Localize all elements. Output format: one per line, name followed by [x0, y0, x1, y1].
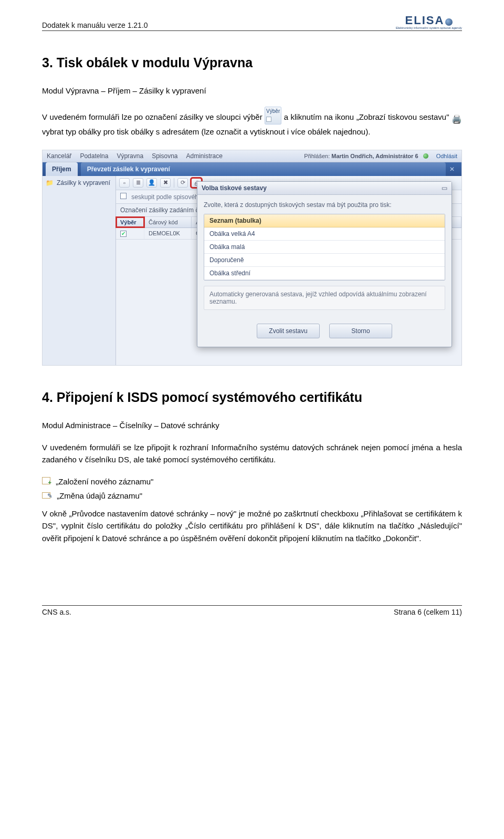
app-main: ▫ ≣ 👤 ✖ ⟳ 🖨 seskupit podle spisového uzl… [116, 176, 461, 365]
template-listbox[interactable]: Seznam (tabulka) Obálka velká A4 Obálka … [204, 214, 445, 281]
section4-p2: V okně „Průvodce nastavením datové schrá… [42, 507, 462, 544]
p1c: vybrat typ obálky pro tisk obálky s adre… [42, 127, 370, 136]
modal-title: Volba tiskové sestavy [202, 184, 267, 192]
tool-icon-3[interactable]: 👤 [146, 178, 157, 188]
row-checkbox-icon[interactable]: ✔ [120, 231, 127, 237]
footer-right: Strana 6 (celkem 11) [394, 608, 462, 616]
footer-left: CNS a.s. [42, 608, 71, 616]
tab-prijem[interactable]: Příjem [46, 162, 78, 176]
section3-subheading: Modul Výpravna – Příjem – Zásilky k vypr… [42, 86, 462, 95]
logo-subtext: Elektronický informační systém spisové a… [396, 26, 462, 29]
modal-close-icon[interactable]: ▭ [442, 184, 447, 192]
app-screenshot: Kancelář Podatelna Výpravna Spisovna Adm… [42, 150, 462, 366]
status-dot-icon [423, 153, 428, 159]
modal-footer: Zvolit sestavu Storno [197, 316, 452, 347]
section4-title: 4. Připojení k ISDS pomocí systémového c… [42, 390, 462, 405]
edit-record-icon [42, 491, 51, 499]
section4-subheading: Modul Administrace – Číselníky – Datové … [42, 421, 462, 430]
menu-kancelar[interactable]: Kancelář [47, 152, 71, 160]
p1a: V uvedeném formuláři lze po označení zás… [42, 112, 265, 121]
new-record-label: „Založení nového záznamu" [56, 477, 153, 486]
menu-podatelna[interactable]: Podatelna [80, 152, 108, 160]
col-vyber[interactable]: Výběr [116, 217, 144, 227]
tool-icon-refresh[interactable]: ⟳ [177, 178, 188, 188]
list-item[interactable]: Seznam (tabulka) [204, 214, 445, 227]
list-item[interactable]: Obálka střední [204, 267, 445, 280]
section4-p1: V uvedeném formuláři se lze připojit k r… [42, 441, 462, 466]
section3-paragraph: V uvedeném formuláři lze po označení zás… [42, 107, 462, 138]
print-template-modal: Volba tiskové sestavy ▭ Zvolte, která z … [197, 181, 452, 347]
cancel-button[interactable]: Storno [329, 324, 392, 338]
new-record-icon [42, 477, 50, 484]
section3-title: 3. Tisk obálek v modulu Výpravna [42, 55, 462, 70]
cell-kod: DEMOEL0K [144, 228, 192, 239]
list-item[interactable]: Doporučeně [204, 254, 445, 267]
new-record-line: „Založení nového záznamu" [42, 477, 462, 486]
app-menubar: Kancelář Podatelna Výpravna Spisovna Adm… [43, 150, 461, 162]
logo: ELISA Elektronický informační systém spi… [396, 15, 462, 29]
app-sidebar: 📁 Zásilky k vypravení [43, 176, 116, 365]
login-info: Přihlášen: Martin Ondřich, Administrátor… [304, 153, 457, 159]
logo-text: ELISA [405, 14, 445, 27]
modal-description: Automaticky generovaná sestava, jejíž vz… [204, 286, 445, 310]
logo-dot-icon [445, 18, 453, 26]
menu-spisovna[interactable]: Spisovna [152, 152, 177, 160]
menu-vypravna[interactable]: Výpravna [117, 152, 143, 160]
document-footer: CNS a.s. Strana 6 (celkem 11) [42, 605, 462, 616]
tool-icon-2[interactable]: ≣ [133, 178, 143, 188]
folder-icon: 📁 [46, 179, 54, 187]
p1b: a kliknutím na ikonu „Zobrazí tiskovou s… [284, 112, 452, 121]
list-item[interactable]: Obálka malá [204, 241, 445, 254]
modal-titlebar: Volba tiskové sestavy ▭ [197, 182, 452, 195]
doc-header-text: Dodatek k manuálu verze 1.21.0 [42, 21, 148, 29]
edit-record-label: „Změna údajů záznamu" [57, 491, 142, 500]
modal-hint: Zvolte, která z dostupných tiskových ses… [204, 201, 445, 209]
checkbox-icon[interactable] [120, 193, 127, 199]
vyber-column-chip-icon: Výběr [265, 107, 281, 125]
edit-record-line: „Změna údajů záznamu" [42, 491, 462, 500]
printer-icon: 🖨️ [452, 113, 462, 126]
document-header: Dodatek k manuálu verze 1.21.0 ELISA Ele… [42, 15, 462, 31]
tool-icon-delete[interactable]: ✖ [160, 178, 171, 188]
logout-link[interactable]: Odhlásit [436, 153, 457, 159]
choose-template-button[interactable]: Zvolit sestavu [257, 324, 320, 338]
col-carovy-kod[interactable]: Čárový kód [144, 217, 192, 227]
panel-close-icon[interactable]: ✕ [446, 162, 458, 176]
tool-icon-1[interactable]: ▫ [119, 178, 130, 188]
sidebar-item-zasilky[interactable]: 📁 Zásilky k vypravení [46, 179, 112, 187]
list-item[interactable]: Obálka velká A4 [204, 227, 445, 241]
menu-administrace[interactable]: Administrace [186, 152, 223, 160]
panel-title: Převzetí zásilek k vypravení [81, 162, 446, 176]
app-tabbar: Příjem Převzetí zásilek k vypravení ✕ [43, 162, 461, 176]
